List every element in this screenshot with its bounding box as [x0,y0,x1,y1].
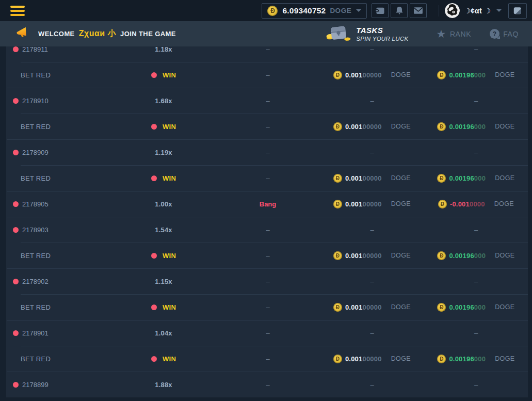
table-cell: Đ0.00196000DOGE [424,355,528,363]
table-cell: WIN [111,303,216,311]
table-cell: Đ-0.0010000DOGE [424,200,528,208]
tasks-text: TASKS SPIN YOUR LUCK [356,26,408,42]
announcement-bar-right: TASKS SPIN YOUR LUCK ★ RANK ? FAQ [325,23,519,45]
table-cell: – [216,46,320,53]
balance-amount: 6.09340752 [282,6,326,15]
round-id-link[interactable]: 2178911 [22,46,48,53]
doge-coin-icon: Đ [437,355,446,363]
round-multiplier: 1.19x [155,149,172,156]
round-multiplier: 1.54x [155,226,172,234]
win-indicator-dot [151,304,157,310]
bet-amount-value: 0.00100000 [345,123,382,131]
table-row: BET REDWIN–Đ0.00100000DOGEĐ0.00196000DOG… [6,62,528,88]
win-label: WIN [163,303,176,311]
bet-type-label: BET RED [21,71,51,79]
win-indicator-dot [151,253,157,259]
currency-label: DOGE [495,355,514,362]
table-cell: 2178905 [6,200,111,208]
table-cell: BET RED [6,71,111,79]
table-cell: – [424,381,528,389]
treasure-chest-icon [325,23,351,45]
balance-selector[interactable]: Đ 6.09340752 DOGE [262,3,367,19]
table-cell: 1.15x [111,278,216,285]
table-cell: BET RED [6,123,111,131]
round-id-link[interactable]: 2178909 [22,149,49,156]
table-cell: – [320,97,424,105]
profit-amount: Đ0.00196000DOGE [437,251,514,260]
currency-label: DOGE [495,71,514,78]
profit-amount: Đ0.00196000DOGE [437,71,514,79]
table-cell: Đ0.00196000DOGE [424,174,528,183]
table-row: 21789051.00xBangĐ0.00100000DOGEĐ-0.00100… [6,191,528,217]
wallet-button[interactable] [372,3,389,18]
round-id-link[interactable]: 2178902 [22,278,49,285]
table-cell: – [216,174,320,182]
tasks-button[interactable]: TASKS SPIN YOUR LUCK [325,23,408,45]
bet-amount: Đ0.00100000DOGE [333,71,411,79]
amount-main: 0.001 [345,200,363,208]
amount-main: 0.00196 [449,174,474,182]
doge-coin-icon: Đ [333,71,342,79]
table-cell: 1.18x [111,46,216,53]
table-cell: – [216,381,320,389]
doge-coin-icon: Đ [437,71,446,79]
chat-button[interactable] [508,3,527,19]
round-id-link[interactable]: 2178905 [22,200,49,208]
table-cell: Đ0.00100000DOGE [320,174,424,183]
table-cell: Đ0.00100000DOGE [320,303,424,312]
round-id-link[interactable]: 2178910 [22,97,49,105]
table-cell: – [424,46,528,53]
table-row: 21788991.88x––– [6,372,528,397]
round-color-dot [13,98,19,104]
table-cell: Đ0.00196000DOGE [424,71,528,79]
wallet-icon [375,6,385,15]
table-cell: 2178909 [6,149,111,156]
faq-button[interactable]: ? FAQ [490,29,519,39]
notifications-button[interactable] [391,3,408,18]
doge-coin-icon: Đ [333,355,342,363]
currency-label: DOGE [391,303,411,311]
table-cell: 1.54x [111,226,216,234]
rank-button[interactable]: ★ RANK [436,28,471,39]
amount-main: 0.001 [345,355,363,363]
table-cell: 2178899 [6,381,111,389]
amount-trailing-zeros: 000 [474,174,486,182]
tasks-title: TASKS [356,26,408,35]
menu-button[interactable] [10,4,25,18]
bet-amount: Đ0.00100000DOGE [333,122,411,131]
round-id-link[interactable]: 2178903 [22,226,49,234]
table-cell: Đ0.00100000DOGE [320,200,424,208]
table-row: 21789021.15x––– [6,268,528,294]
round-id-link[interactable]: 2178901 [22,329,49,337]
table-cell: – [320,226,424,234]
placeholder-dash: – [266,46,269,53]
table-cell: BET RED [6,252,111,260]
profit-amount: Đ0.00196000DOGE [437,303,514,312]
doge-coin-icon: Đ [333,251,342,260]
amount-trailing-zeros: 00000 [362,71,381,79]
currency-label: DOGE [494,200,514,207]
messages-button[interactable] [410,3,427,18]
doge-coin-icon: Đ [437,122,446,131]
doge-coin-icon: Đ [437,174,446,183]
placeholder-dash: – [474,278,478,285]
round-multiplier: 1.04x [155,329,172,337]
doge-coin-icon: Đ [333,174,342,183]
table-cell: 2178911 [6,46,111,53]
table-cell: – [216,149,320,156]
table-cell: – [320,46,424,53]
placeholder-dash: – [266,329,269,337]
amount-trailing-zeros: 00000 [362,123,381,131]
round-multiplier: 1.18x [155,46,172,53]
amount-trailing-zeros: 00000 [362,355,381,363]
round-color-dot [13,330,19,336]
placeholder-dash: – [370,381,374,389]
profit-amount-value: -0.0010000 [450,200,485,208]
user-menu[interactable]: ☽¢αt ☽ [445,3,502,18]
profit-amount-value: 0.00196000 [449,123,486,131]
win-label: WIN [163,123,176,131]
bell-icon [395,6,404,15]
bets-table: 21789111.18x–––BET REDWIN–Đ0.00100000DOG… [6,46,528,397]
round-id-link[interactable]: 2178899 [22,381,49,389]
amount-main: -0.001 [450,200,470,208]
